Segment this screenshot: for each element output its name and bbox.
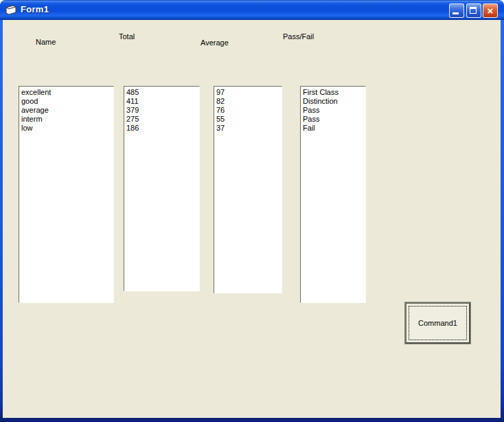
titlebar[interactable]: Form1 ×	[0, 0, 504, 20]
maximize-icon	[470, 7, 477, 14]
list-item[interactable]: 275	[126, 115, 199, 124]
maximize-button[interactable]	[466, 3, 481, 18]
minimize-icon	[453, 12, 459, 14]
list-item[interactable]: First Class	[303, 88, 365, 97]
list-item[interactable]: low	[21, 124, 113, 133]
average-listbox[interactable]: 9782765537	[214, 86, 282, 293]
command1-button[interactable]: Command1	[405, 302, 470, 344]
minimize-button[interactable]	[449, 3, 464, 18]
list-item[interactable]: 97	[216, 88, 282, 97]
column-label-name: Name	[36, 38, 56, 46]
list-item[interactable]: 411	[126, 97, 199, 106]
list-item[interactable]: excellent	[21, 88, 113, 97]
name-listbox[interactable]: excellentgoodaverageintermlow	[19, 86, 114, 303]
total-listbox[interactable]: 485411379275186	[124, 86, 200, 291]
list-item[interactable]: 76	[216, 106, 282, 115]
close-icon: ×	[483, 5, 497, 16]
column-label-average: Average	[201, 38, 229, 47]
form-client-area: Name Total Average Pass/Fail excellentgo…	[3, 20, 501, 418]
list-item[interactable]: 485	[126, 88, 199, 97]
list-item[interactable]: Distinction	[303, 97, 365, 106]
list-item[interactable]: 379	[126, 106, 199, 115]
form-window: Form1 × Name Total Average Pass/Fail exc…	[0, 0, 504, 422]
list-item[interactable]: interm	[21, 115, 113, 124]
window-title: Form1	[21, 4, 49, 14]
passfail-listbox[interactable]: First ClassDistinctionPassPassFail	[300, 86, 366, 303]
list-item[interactable]: 82	[216, 97, 282, 106]
column-label-total: Total	[119, 32, 135, 41]
list-item[interactable]: average	[21, 106, 113, 115]
vb-form-icon	[5, 5, 16, 15]
command1-button-label: Command1	[418, 319, 457, 327]
list-item[interactable]: 55	[216, 115, 282, 124]
close-button[interactable]: ×	[483, 3, 498, 18]
list-item[interactable]: Fail	[303, 124, 365, 133]
list-item[interactable]: 37	[216, 124, 282, 133]
list-item[interactable]: 186	[126, 124, 199, 133]
button-focus-rect: Command1	[409, 306, 467, 340]
list-item[interactable]: Pass	[303, 106, 365, 115]
column-label-passfail: Pass/Fail	[283, 32, 314, 41]
list-item[interactable]: good	[21, 97, 113, 106]
list-item[interactable]: Pass	[303, 115, 365, 124]
